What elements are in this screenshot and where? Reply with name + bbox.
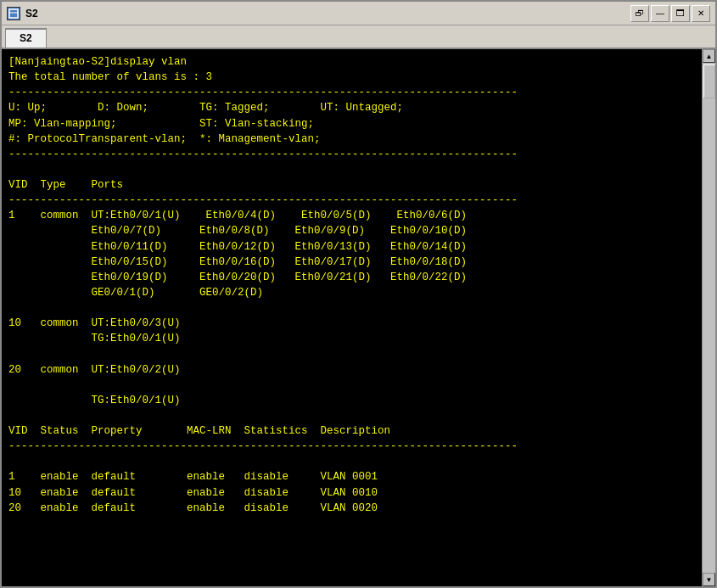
scrollbar-up-button[interactable]: ▲ [703, 49, 715, 63]
scrollbar-thumb[interactable] [703, 64, 715, 98]
main-window: S2 🗗 — 🗖 ✕ S2 [Nanjaingtao-S2]display vl… [0, 0, 717, 588]
tab-s2[interactable]: S2 [5, 28, 47, 48]
window-icon [7, 7, 20, 20]
scrollbar-down-button[interactable]: ▼ [703, 573, 715, 586]
minimize-button[interactable]: — [651, 5, 669, 22]
title-bar-left: S2 [7, 7, 38, 20]
vertical-scrollbar[interactable]: ▲ ▼ [702, 49, 715, 586]
restore-button[interactable]: 🗗 [630, 5, 649, 22]
svg-rect-0 [9, 9, 18, 18]
maximize-button[interactable]: 🗖 [671, 5, 690, 22]
title-bar: S2 🗗 — 🗖 ✕ [2, 2, 715, 25]
terminal-area: [Nanjaingtao-S2]display vlan The total n… [2, 49, 715, 586]
terminal-output[interactable]: [Nanjaingtao-S2]display vlan The total n… [2, 49, 702, 586]
window-title: S2 [25, 8, 38, 20]
scrollbar-thumb-area [703, 63, 715, 573]
tab-bar: S2 [2, 25, 715, 49]
close-button[interactable]: ✕ [692, 5, 710, 22]
title-bar-buttons: 🗗 — 🗖 ✕ [630, 5, 710, 22]
tab-s2-label: S2 [20, 32, 32, 44]
